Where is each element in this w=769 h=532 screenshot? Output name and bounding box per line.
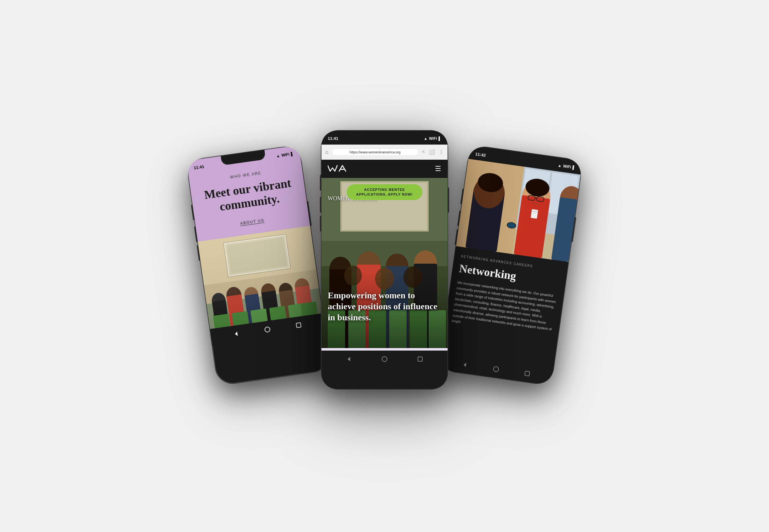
phone-left: 11:41 ▲ WiFi ▌ WHO WE ARE Meet our vibra…: [186, 145, 330, 385]
browser-home-icon[interactable]: ⌂: [325, 149, 328, 155]
time-left: 11:41: [193, 164, 204, 170]
square-btn-center[interactable]: [416, 355, 424, 363]
svg-marker-25: [235, 332, 238, 336]
screen-left: 11:41 ▲ WiFi ▌ WHO WE ARE Meet our vibra…: [186, 145, 330, 385]
more-icon[interactable]: ⋮: [439, 149, 444, 155]
phone-right: 11:42 ▲ WiFi ▌: [439, 145, 583, 385]
svg-rect-27: [296, 323, 301, 328]
status-icons-left: ▲ WiFi ▌: [276, 152, 294, 158]
square-btn-right[interactable]: [523, 369, 532, 378]
hero-area: ACCEPTING MENTEE APPLICATIONS, APPLY NOW…: [321, 178, 448, 348]
center-bottom-bar: [321, 348, 448, 351]
svg-marker-78: [463, 362, 467, 367]
wifi-icon: WiFi: [281, 152, 290, 157]
right-networking-content: NETWORKING ADVANCES CAREERS Networking W…: [441, 246, 568, 369]
screen-center: 11:41 ▲ WiFi ▌ ⌂ https://www.womeninamer…: [321, 131, 448, 389]
time-right: 11:42: [475, 151, 486, 157]
svg-rect-24: [198, 226, 322, 329]
about-link-left[interactable]: ABOUT US: [240, 218, 264, 226]
browser-actions: < ⬜ ⋮: [422, 149, 444, 155]
status-icons-right: ▲ WiFi ▌: [558, 163, 576, 170]
right-photo: [456, 159, 581, 262]
url-bar[interactable]: https://www.womeninamerica.org: [331, 148, 419, 156]
svg-rect-77: [456, 159, 581, 262]
battery-icon: ▌: [290, 152, 294, 156]
scene: 11:41 ▲ WiFi ▌ WHO WE ARE Meet our vibra…: [38, 30, 731, 502]
home-btn-right[interactable]: [491, 364, 501, 374]
home-btn-left[interactable]: [263, 325, 272, 334]
left-photo-svg: [198, 226, 322, 329]
back-btn-left[interactable]: [232, 329, 241, 338]
svg-marker-52: [347, 357, 350, 361]
wia-logo[interactable]: [328, 164, 347, 174]
bottom-nav-center: [321, 351, 448, 368]
status-icons-center: ▲ WiFi ▌: [424, 136, 441, 141]
left-photo: [198, 226, 322, 329]
square-btn-left[interactable]: [294, 320, 303, 329]
wifi-icon-center: WiFi: [429, 136, 437, 141]
tabs-icon[interactable]: ⬜: [429, 149, 435, 155]
browser-bar: ⌂ https://www.womeninamerica.org < ⬜ ⋮: [321, 145, 448, 160]
battery-icon-center: ▌: [439, 136, 441, 141]
time-center: 11:41: [328, 136, 338, 141]
phone-center: 11:41 ▲ WiFi ▌ ⌂ https://www.womeninamer…: [321, 131, 448, 389]
apply-line1: ACCEPTING MENTEE: [364, 188, 405, 192]
section-body-right: We incorporate networking into everythin…: [452, 280, 558, 338]
wia-site-header: ☰: [321, 160, 448, 178]
wia-logo-svg: [328, 164, 347, 174]
battery-icon-right: ▌: [572, 165, 576, 170]
screen-right: 11:42 ▲ WiFi ▌: [439, 145, 583, 385]
hamburger-menu[interactable]: ☰: [435, 165, 441, 173]
svg-point-26: [264, 327, 270, 332]
back-btn-right[interactable]: [460, 360, 469, 369]
signal-icon-right: ▲: [558, 163, 562, 168]
wifi-icon-right: WiFi: [563, 164, 571, 169]
hero-tagline: Empowering women to achieve positions of…: [328, 290, 441, 323]
svg-point-53: [382, 357, 387, 362]
right-photo-svg: [456, 159, 581, 262]
notch-center: [362, 131, 407, 140]
svg-point-79: [493, 366, 499, 372]
svg-rect-54: [418, 357, 422, 361]
share-icon[interactable]: <: [422, 149, 425, 155]
apply-line2: APPLICATIONS, APPLY NOW!: [356, 192, 413, 196]
home-btn-center[interactable]: [380, 355, 389, 363]
signal-icon-center: ▲: [424, 136, 428, 141]
back-btn-center[interactable]: [345, 355, 353, 363]
signal-icon: ▲: [276, 153, 280, 158]
svg-rect-80: [525, 371, 530, 376]
